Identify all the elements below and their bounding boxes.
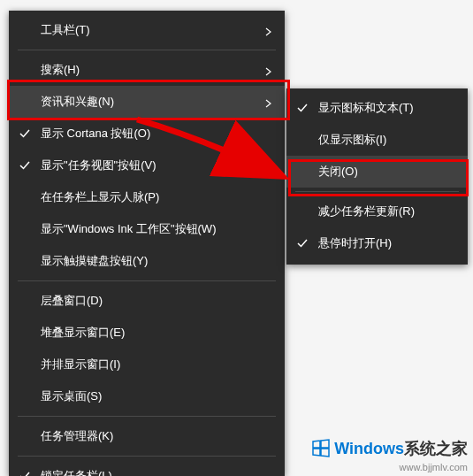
primary-context-menu: 工具栏(T) 搜索(H) 资讯和兴趣(N) 显示 Cortana 按钮(O) 显… xyxy=(9,11,285,476)
separator xyxy=(18,416,276,417)
chevron-right-icon xyxy=(265,97,272,106)
menu-label: 锁定任务栏(L) xyxy=(41,468,272,476)
menu-item-close[interactable]: 关闭(O) xyxy=(286,156,468,188)
menu-label: 堆叠显示窗口(E) xyxy=(41,325,272,341)
menu-label: 显示"任务视图"按钮(V) xyxy=(41,157,272,173)
menu-item-icon-only[interactable]: 仅显示图标(I) xyxy=(286,124,468,156)
menu-label: 显示桌面(S) xyxy=(41,388,272,404)
menu-label: 层叠窗口(D) xyxy=(41,293,272,309)
menu-item-lock-taskbar[interactable]: 锁定任务栏(L) xyxy=(9,460,285,476)
check-icon xyxy=(297,103,308,113)
menu-item-side-by-side[interactable]: 并排显示窗口(I) xyxy=(9,349,285,380)
menu-label: 悬停时打开(H) xyxy=(318,235,455,251)
menu-item-cascade[interactable]: 层叠窗口(D) xyxy=(9,285,285,317)
chevron-right-icon xyxy=(265,65,272,74)
separator xyxy=(295,191,459,192)
menu-item-show-desktop[interactable]: 显示桌面(S) xyxy=(9,380,285,412)
separator xyxy=(18,50,276,50)
check-icon xyxy=(297,238,308,249)
menu-item-reduce-updates[interactable]: 减少任务栏更新(R) xyxy=(286,196,468,227)
menu-label: 搜索(H) xyxy=(41,62,272,78)
menu-label: 工具栏(T) xyxy=(41,22,272,38)
menu-label: 显示图标和文本(T) xyxy=(318,100,455,116)
watermark-brand-b: 系统之家 xyxy=(404,440,468,457)
chevron-right-icon xyxy=(265,26,272,35)
menu-label: 资讯和兴趣(N) xyxy=(41,94,272,110)
menu-label: 显示 Cortana 按钮(O) xyxy=(41,126,272,142)
check-icon xyxy=(19,128,30,139)
menu-item-search[interactable]: 搜索(H) xyxy=(9,54,285,86)
menu-item-task-view[interactable]: 显示"任务视图"按钮(V) xyxy=(9,150,285,181)
menu-label: 任务管理器(K) xyxy=(41,428,272,444)
menu-item-stacked[interactable]: 堆叠显示窗口(E) xyxy=(9,317,285,349)
menu-label: 减少任务栏更新(R) xyxy=(318,203,455,219)
watermark: Windows系统之家 www.bjjmlv.com xyxy=(311,438,468,472)
menu-item-news-interests[interactable]: 资讯和兴趣(N) xyxy=(9,86,285,118)
watermark-title: Windows系统之家 xyxy=(311,438,468,462)
menu-item-toolbar[interactable]: 工具栏(T) xyxy=(9,14,285,46)
menu-label: 在任务栏上显示人脉(P) xyxy=(41,189,272,205)
menu-item-hover-open[interactable]: 悬停时打开(H) xyxy=(286,227,468,259)
menu-item-touch-keyboard[interactable]: 显示触摸键盘按钮(Y) xyxy=(9,245,285,277)
menu-item-task-manager[interactable]: 任务管理器(K) xyxy=(9,420,285,452)
menu-label: 显示触摸键盘按钮(Y) xyxy=(41,253,272,269)
secondary-context-menu: 显示图标和文本(T) 仅显示图标(I) 关闭(O) 减少任务栏更新(R) 悬停时… xyxy=(286,88,468,265)
separator xyxy=(18,280,276,281)
check-icon xyxy=(19,471,30,476)
separator xyxy=(18,456,276,457)
menu-item-people[interactable]: 在任务栏上显示人脉(P) xyxy=(9,181,285,213)
menu-item-ink[interactable]: 显示"Windows Ink 工作区"按钮(W) xyxy=(9,213,285,245)
menu-label: 显示"Windows Ink 工作区"按钮(W) xyxy=(41,221,272,237)
watermark-brand-a: Windows xyxy=(334,440,404,457)
menu-label: 仅显示图标(I) xyxy=(318,132,455,148)
menu-item-icon-text[interactable]: 显示图标和文本(T) xyxy=(286,92,468,124)
menu-label: 并排显示窗口(I) xyxy=(41,357,272,372)
menu-label: 关闭(O) xyxy=(318,164,455,180)
watermark-url: www.bjjmlv.com xyxy=(311,462,468,472)
windows-logo-icon xyxy=(311,438,331,462)
menu-item-cortana[interactable]: 显示 Cortana 按钮(O) xyxy=(9,118,285,150)
check-icon xyxy=(19,160,30,171)
